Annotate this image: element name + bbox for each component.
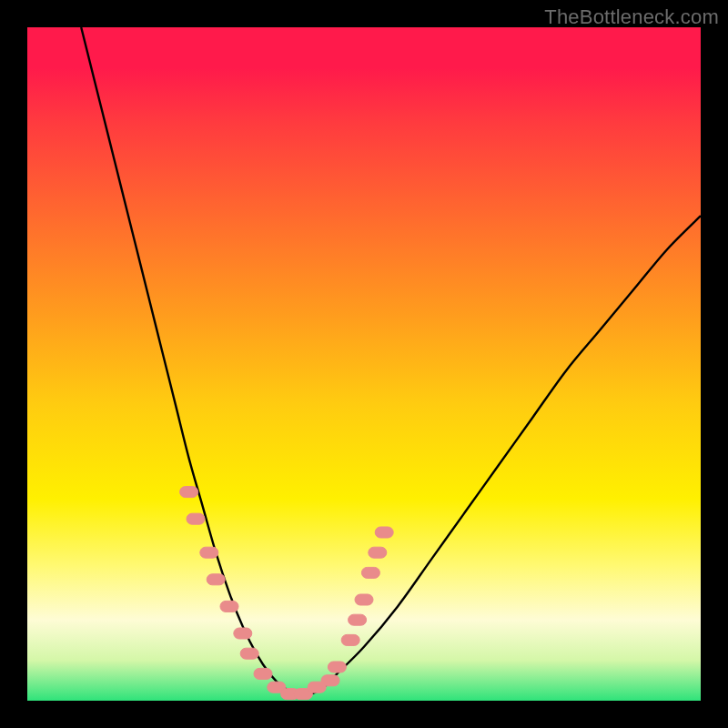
curve-marker [254,668,272,679]
watermark-text: TheBottleneck.com [544,5,719,29]
curve-marker [220,601,238,612]
curve-svg [27,27,701,701]
chart-frame: TheBottleneck.com [0,0,728,728]
curve-marker [180,487,198,498]
curve-marker [240,648,258,659]
curve-marker [349,614,367,625]
curve-marker [207,574,225,585]
curve-marker [328,662,346,672]
curve-marker [234,628,252,639]
curve-markers [180,487,394,700]
curve-marker [361,567,379,578]
plot-area [27,27,701,701]
curve-marker [321,675,339,686]
curve-marker [369,547,387,558]
curve-marker [341,634,359,645]
bottleneck-curve [81,27,701,695]
curve-marker [375,527,393,538]
curve-marker [200,547,218,558]
curve-marker [355,594,373,605]
curve-marker [187,513,205,524]
